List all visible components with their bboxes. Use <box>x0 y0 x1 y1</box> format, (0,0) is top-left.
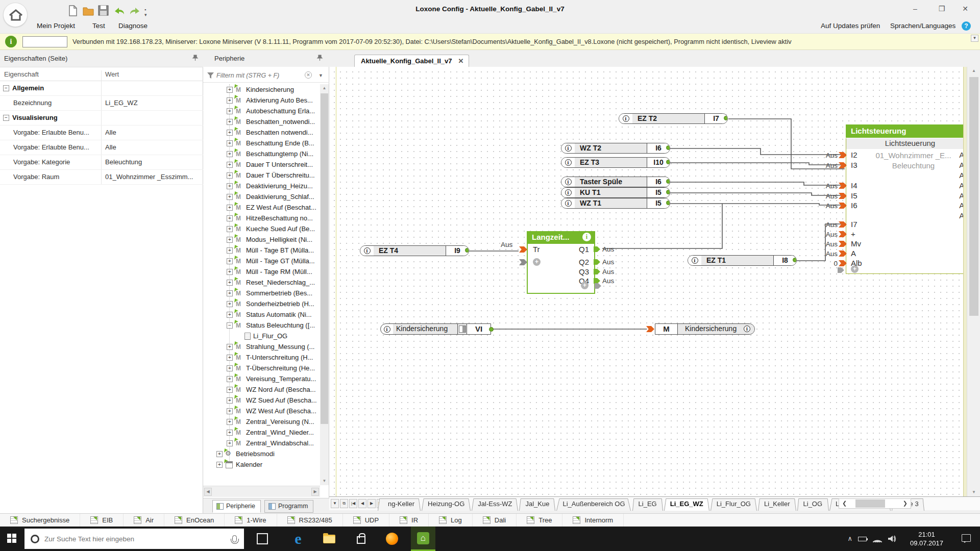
expand-toggle[interactable]: − <box>3 115 9 121</box>
first-tab-icon[interactable]: |◀ <box>349 499 357 508</box>
tree-expand-toggle[interactable]: + <box>227 194 233 200</box>
input-reference-block[interactable]: i EZ T3 I10 <box>561 157 670 168</box>
dock-item[interactable]: EIB <box>80 514 124 527</box>
tree-item[interactable]: + Kindersicherung <box>203 84 320 95</box>
tree-expand-toggle[interactable]: + <box>227 130 233 136</box>
undo-arrow-icon[interactable] <box>113 5 125 16</box>
input-connector-orange[interactable] <box>839 183 847 189</box>
tree-expand-toggle[interactable]: + <box>227 258 233 264</box>
tree-expand-toggle[interactable]: + <box>227 119 233 125</box>
tree-expand-toggle[interactable]: + <box>227 344 233 350</box>
tree-item[interactable]: + Kalender <box>203 459 320 470</box>
store-app-icon[interactable] <box>349 527 373 551</box>
output-connector-dot[interactable] <box>666 179 670 184</box>
tab-list-dropdown-icon[interactable]: ▼ <box>331 499 339 508</box>
dock-item[interactable]: Suchergebnisse <box>0 514 80 527</box>
tree-item[interactable]: + Aktivierung Auto Bes... <box>203 95 320 106</box>
input-reference-block[interactable]: i WZ T2 I6 <box>561 143 670 154</box>
tree-item[interactable]: + EZ West Auf (Beschat... <box>203 202 320 213</box>
close-button[interactable]: ✕ <box>953 0 977 17</box>
menu-test[interactable]: Test <box>92 22 105 30</box>
taskbar-clock[interactable]: 21:01 09.07.2017 <box>910 530 943 547</box>
tree-expand-toggle[interactable]: + <box>227 301 233 307</box>
property-value[interactable]: Li_EG_WZ <box>105 99 138 107</box>
input-reference-block[interactable]: i Taster Spüle I6 <box>561 177 670 187</box>
input-reference-block[interactable]: i KU T1 I5 <box>561 187 670 198</box>
virtual-input-block[interactable]: i Kindersicherung VI <box>380 323 491 335</box>
output-connector-dot[interactable] <box>465 248 469 253</box>
property-value[interactable]: Beleuchtung <box>105 158 142 166</box>
scroll-left-icon[interactable]: ❮ <box>842 500 847 507</box>
tree-expand-toggle[interactable]: + <box>227 162 233 168</box>
close-tab-icon[interactable]: ✕ <box>458 57 463 65</box>
tree-item[interactable]: + Beschatten_notwendi... <box>203 116 320 127</box>
licht-input-row[interactable]: Aus I7 <box>815 220 967 230</box>
tree-expand-toggle[interactable]: + <box>227 408 233 414</box>
tree-expand-toggle[interactable]: + <box>227 226 233 232</box>
tree-item[interactable]: + Deaktivierung_Heizu... <box>203 181 320 191</box>
input-connector-orange[interactable] <box>839 203 847 209</box>
page-tab[interactable]: Li_OG <box>795 497 831 511</box>
page-tab[interactable]: Li_Außenbereich OG <box>554 497 633 511</box>
licht-input-row[interactable]: Aus I4 <box>815 181 967 191</box>
tree-item[interactable]: + Müll - Tage GT (Mülla... <box>203 256 320 266</box>
input-connector-orange[interactable] <box>839 251 847 257</box>
output-connector-dot[interactable] <box>666 160 670 164</box>
tree-item[interactable]: + Strahlung_Messung (... <box>203 341 320 352</box>
taskbar-search-input[interactable] <box>44 535 232 543</box>
input-reference-block[interactable]: i EZ T4 I9 <box>360 245 469 256</box>
licht-input-row[interactable]: Aus A <box>815 249 967 259</box>
page-tab[interactable]: Jal_Kue <box>517 497 557 511</box>
tree-item[interactable]: + Modus_Helligkeit (Ni... <box>203 234 320 245</box>
tree-expand-toggle[interactable]: + <box>227 430 233 436</box>
output-connector-dot[interactable] <box>666 145 670 150</box>
scroll-right-icon[interactable]: ▶ <box>311 488 319 496</box>
tab-scrollbar[interactable]: ❮ ❯ <box>839 498 911 509</box>
tree-expand-toggle[interactable]: + <box>227 108 233 114</box>
filter-input[interactable] <box>216 70 307 81</box>
tree-item[interactable]: + Status Automatik (Ni... <box>203 309 320 320</box>
tree-item[interactable]: Li_Flur_OG <box>203 331 320 341</box>
expand-toggle[interactable]: − <box>3 85 9 91</box>
output-connector-dot[interactable] <box>666 190 670 194</box>
tree-expand-toggle[interactable]: + <box>227 355 233 361</box>
langzeit-block[interactable]: Langzeit... i Tr + Q1 Aus Q2 Aus <box>527 231 595 294</box>
toolbar-more-icon[interactable]: ▪▾ <box>144 7 156 18</box>
pin-icon[interactable] <box>316 55 323 61</box>
maximize-button[interactable]: ❒ <box>930 0 953 17</box>
canvas-vertical-scrollbar[interactable]: ▲ ▼ <box>967 67 980 496</box>
tree-item[interactable]: + Reset_Niederschlag_... <box>203 277 320 288</box>
scrollbar-thumb[interactable] <box>321 93 328 424</box>
page-tab[interactable]: ng-Keller <box>380 497 423 511</box>
scroll-left-icon[interactable]: ◀ <box>204 488 212 496</box>
tree-item[interactable]: + WZ Sued Auf (Bescha... <box>203 395 320 406</box>
check-updates-link[interactable]: Auf Updates prüfen <box>821 22 880 30</box>
info-icon[interactable]: i <box>582 233 591 241</box>
scroll-up-icon[interactable]: ▲ <box>967 67 980 75</box>
output-connector-dot[interactable] <box>793 258 797 262</box>
output-port-row[interactable]: Q3 Aus <box>569 267 589 276</box>
tree-item[interactable]: + WZ Nord Auf (Bescha... <box>203 384 320 395</box>
tree-item[interactable]: + Dauer T Überschreitu... <box>203 170 320 181</box>
output-port-row[interactable]: Q2 Aus <box>569 258 589 266</box>
input-connector-orange[interactable] <box>839 162 847 168</box>
edge-app-icon[interactable]: e <box>286 527 310 551</box>
file-explorer-app-icon[interactable] <box>317 527 341 551</box>
tree-horizontal-scrollbar[interactable]: ◀ ▶ <box>203 486 320 497</box>
scroll-right-icon[interactable]: ❯ <box>903 500 908 507</box>
tree-item[interactable]: + Autobeschattung Erla... <box>203 106 320 116</box>
dock-item[interactable]: EnOcean <box>164 514 225 527</box>
tree-expand-toggle[interactable]: + <box>227 290 233 296</box>
tree-item[interactable]: + Kueche Sued Auf (Be... <box>203 223 320 234</box>
licht-input-row[interactable]: Aus I3 Beleuchtung <box>815 161 967 170</box>
tree-item[interactable]: + Sonderheizbetrieb (H... <box>203 298 320 309</box>
minimize-button[interactable]: – <box>903 0 927 17</box>
tree-item[interactable]: + Beschatten notwendi... <box>203 127 320 138</box>
memory-flag-block[interactable]: M Kindersicherung i <box>655 323 755 335</box>
page-tab[interactable]: Li_EG <box>630 497 665 511</box>
tree-item[interactable]: + T-Überschreitung (He... <box>203 363 320 373</box>
property-value[interactable]: Alle <box>105 129 116 136</box>
input-connector-orange[interactable] <box>839 221 847 228</box>
prev-tab-icon[interactable]: ◀ <box>358 499 366 508</box>
dock-item[interactable]: UDP <box>343 514 389 527</box>
